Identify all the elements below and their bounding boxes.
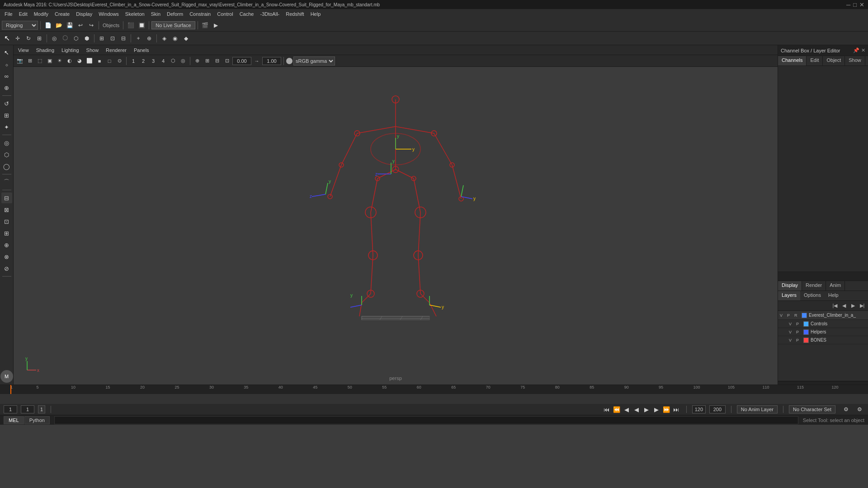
menu-skeleton[interactable]: Skeleton	[123, 10, 147, 18]
move-left-btn[interactable]: ⊕	[1, 82, 12, 93]
bb-settings1[interactable]: ⚙	[841, 404, 851, 414]
open-scene-btn[interactable]: 📂	[54, 20, 64, 30]
select-left-btn[interactable]: ↖	[1, 47, 12, 58]
viewport[interactable]: View Shading Lighting Show Renderer Pane…	[14, 45, 778, 385]
skin-weight-btn[interactable]: ◈	[159, 33, 169, 43]
snap-point-btn[interactable]: ⊟	[118, 33, 128, 43]
layer-pivot-btn[interactable]: ⊘	[1, 263, 12, 274]
vp-shadow-btn[interactable]: ◕	[75, 56, 84, 66]
timeline-bar[interactable]	[0, 394, 868, 404]
menu-edit[interactable]: Edit	[16, 10, 30, 18]
vp-color-btn[interactable]	[286, 58, 292, 64]
panel-pin-btn[interactable]: 📌	[853, 47, 859, 53]
vp-menu-renderer[interactable]: Renderer	[104, 47, 128, 54]
sculpt-btn[interactable]: ⬢	[82, 33, 92, 43]
cluster-btn[interactable]: ⊕	[144, 33, 154, 43]
vp-value1-input[interactable]: 0.00	[232, 57, 251, 65]
anim-layer-display[interactable]: No Anim Layer	[737, 405, 778, 413]
vp-grid-btn[interactable]: ⊞	[25, 56, 34, 66]
lasso-btn[interactable]: 〇	[60, 33, 70, 43]
rotate-left-btn[interactable]: ↺	[1, 98, 12, 109]
menu-create[interactable]: Create	[52, 10, 72, 18]
save-scene-btn[interactable]: 💾	[65, 20, 75, 30]
vp-snap-btn[interactable]: ⊞	[203, 56, 212, 66]
vp-res3-btn[interactable]: 3	[149, 56, 158, 66]
vp-menu-panels[interactable]: Panels	[132, 47, 151, 54]
menu-display[interactable]: Display	[73, 10, 95, 18]
layer-p-helpers[interactable]: P	[796, 330, 802, 334]
history-btn[interactable]: +	[133, 33, 143, 43]
tab-edit[interactable]: Edit	[807, 56, 823, 66]
layer-view-btn[interactable]: ⊟	[1, 192, 12, 203]
tab-mel[interactable]: MEL	[4, 416, 24, 424]
layer-nav-first[interactable]: |◀	[831, 302, 839, 310]
pb-play-back[interactable]: ◀	[632, 405, 641, 414]
snap-curve-btn[interactable]: ⊡	[108, 33, 118, 43]
vp-xray-btn[interactable]: ⬜	[85, 56, 94, 66]
layer-rotate-btn[interactable]: ⊡	[1, 216, 12, 227]
layer-xform-btn[interactable]: ⊗	[1, 251, 12, 262]
tab-object[interactable]: Object	[823, 56, 845, 66]
tab-display[interactable]: Display	[778, 281, 802, 291]
no-live-surface-btn[interactable]: No Live Surface	[151, 21, 195, 29]
timeline-ruler[interactable]: 1 5 10 15 20 25 30 35 40 45 50 55 60 65 …	[0, 385, 868, 394]
vp-isolate-btn[interactable]: ⊙	[115, 56, 124, 66]
layer-v-controls[interactable]: V	[789, 322, 794, 326]
start-frame-input[interactable]	[4, 405, 17, 413]
vp-wire-btn[interactable]: ⬚	[35, 56, 44, 66]
paint-select-btn[interactable]: ⬦	[1, 59, 12, 70]
layer-bones[interactable]: V P BONES	[778, 336, 868, 344]
layer-scale-btn[interactable]: ⊞	[1, 228, 12, 239]
current-frame-input[interactable]	[21, 405, 34, 413]
menu-cache[interactable]: Cache	[237, 10, 257, 18]
scale-left-btn[interactable]: ⊞	[1, 110, 12, 121]
vp-menu-view[interactable]: View	[16, 47, 31, 54]
menu-help[interactable]: Help	[308, 10, 324, 18]
layer-nav-prev[interactable]: ◀	[840, 302, 848, 310]
mode-dropdown[interactable]: Rigging	[2, 21, 38, 30]
layer-v-btn[interactable]: V	[780, 313, 785, 318]
bb-settings2[interactable]: ⚙	[854, 404, 864, 414]
layer-nav-next[interactable]: ▶	[849, 302, 857, 310]
tab-anim[interactable]: Anim	[826, 281, 845, 291]
end-value-input[interactable]	[709, 405, 726, 413]
ipr-btn[interactable]: ▶	[211, 20, 221, 30]
vp-smooth-btn[interactable]: ▣	[45, 56, 54, 66]
menu-modify[interactable]: Modify	[31, 10, 51, 18]
close-button[interactable]: ✕	[859, 1, 864, 8]
vp-filter-btn[interactable]: ⬡	[169, 56, 178, 66]
snap-grid-btn[interactable]: ⊞	[97, 33, 107, 43]
subtab-help[interactable]: Help	[825, 291, 842, 300]
tab-render[interactable]: Render	[802, 281, 826, 291]
pb-jump-end[interactable]: ⏭	[672, 405, 681, 414]
universal-btn[interactable]: ✦	[1, 122, 12, 132]
tab-python[interactable]: Python	[24, 416, 50, 424]
rotate-tool-btn[interactable]: ↻	[24, 33, 33, 43]
pb-prev-key[interactable]: ⏪	[612, 405, 621, 414]
blend-btn[interactable]: ◆	[181, 33, 191, 43]
select-btn[interactable]: ⬛	[126, 20, 136, 30]
sculpt-left-btn[interactable]: ⬡	[1, 149, 12, 160]
vp-menu-lighting[interactable]: Lighting	[60, 47, 81, 54]
render-btn[interactable]: 🎬	[200, 20, 210, 30]
vp-res4-btn[interactable]: 4	[159, 56, 168, 66]
layer-all-btn[interactable]: ⊕	[1, 239, 12, 250]
layer-p-bones[interactable]: P	[796, 338, 802, 343]
layer-nav-last[interactable]: ▶|	[858, 302, 866, 310]
layer-move-btn[interactable]: ⊠	[1, 204, 12, 215]
tab-channels[interactable]: Channels	[778, 56, 807, 66]
pb-next-key[interactable]: ⏩	[662, 405, 671, 414]
vp-res1-btn[interactable]: 1	[129, 56, 138, 66]
layer-p-controls[interactable]: P	[796, 322, 802, 326]
menu-control[interactable]: Control	[214, 10, 236, 18]
vp-light2-btn[interactable]: ◐	[65, 56, 74, 66]
layer-header-row[interactable]: V P R Everest_Climber_in_a_	[778, 311, 868, 320]
pb-step-fwd[interactable]: ▶	[652, 405, 661, 414]
vp-camera-btn[interactable]: 📷	[15, 56, 24, 66]
snap-btn[interactable]: 🔲	[137, 20, 146, 30]
layer-v-bones[interactable]: V	[789, 338, 794, 343]
subtab-options[interactable]: Options	[800, 291, 825, 300]
vp-display2-btn[interactable]: □	[105, 56, 114, 66]
mirror-btn[interactable]: ◉	[170, 33, 180, 43]
scale-tool-btn[interactable]: ⊞	[34, 33, 44, 43]
